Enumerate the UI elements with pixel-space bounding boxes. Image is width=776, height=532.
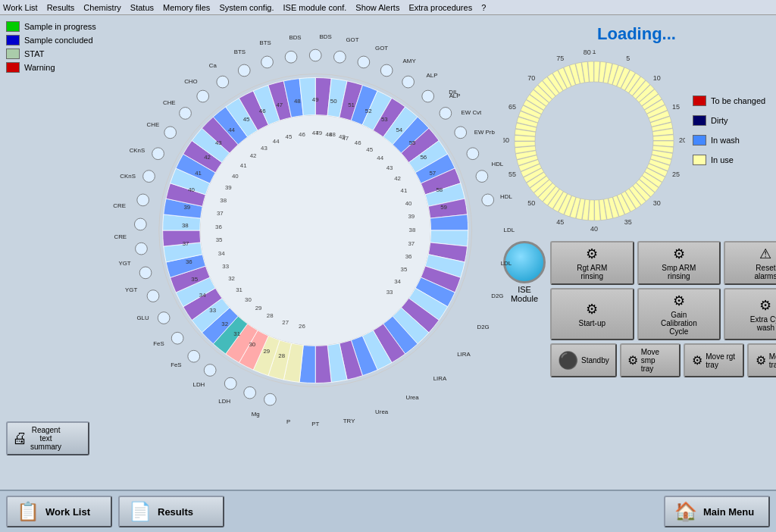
- svg-text:42: 42: [394, 175, 401, 182]
- svg-text:40: 40: [590, 225, 598, 232]
- svg-text:40: 40: [405, 200, 412, 207]
- menu-worklist[interactable]: Work List: [3, 3, 38, 12]
- main-menu-icon: 🏠: [674, 501, 697, 522]
- legend-label-warning: Warning: [24, 63, 55, 72]
- svg-point-51: [380, 64, 393, 77]
- svg-text:50: 50: [330, 98, 337, 105]
- svg-text:47: 47: [342, 135, 349, 142]
- move-cvt-tray-button[interactable]: ⚙ Move cvttray: [747, 343, 776, 377]
- svg-text:36: 36: [405, 253, 412, 260]
- svg-text:10: 10: [653, 74, 661, 82]
- legend-sample-concluded: Sample concluded: [6, 35, 121, 45]
- svg-text:35: 35: [191, 276, 198, 283]
- svg-text:56: 56: [420, 154, 427, 161]
- svg-text:51: 51: [348, 102, 355, 108]
- svg-text:48: 48: [329, 131, 336, 138]
- rotor-diagram[interactable]: .seg-purple { fill: #9966cc; stroke: #ff…: [112, 11, 537, 450]
- loading-text: Loading...: [503, 21, 770, 47]
- svg-point-27: [143, 171, 155, 183]
- svg-text:DIL: DIL: [449, 89, 458, 95]
- gain-calibration-button[interactable]: ⚙ GainCalibrationCycle: [637, 288, 721, 340]
- svg-point-23: [134, 218, 146, 230]
- svg-point-11: [188, 350, 200, 362]
- svg-text:45: 45: [243, 116, 250, 123]
- svg-text:Urea: Urea: [375, 408, 389, 415]
- svg-text:15: 15: [672, 103, 680, 111]
- svg-text:34: 34: [199, 292, 206, 299]
- ring-legend-label-to-be-changed: To be changed: [711, 96, 765, 105]
- svg-text:CRE: CRE: [113, 202, 126, 209]
- svg-text:45: 45: [556, 218, 564, 226]
- svg-text:38: 38: [220, 197, 227, 204]
- svg-text:D2G: D2G: [491, 293, 503, 299]
- svg-text:29: 29: [255, 305, 262, 311]
- smp-arm-rinsing-button[interactable]: ⚙ Smp ARMrinsing: [637, 241, 721, 285]
- top-area: Sample in progress Sample concluded STAT…: [0, 15, 776, 490]
- svg-text:Mg: Mg: [252, 411, 260, 418]
- legend-label-sample-in-progress: Sample in progress: [24, 22, 96, 31]
- svg-text:38: 38: [182, 222, 189, 229]
- svg-text:LIRA: LIRA: [433, 375, 447, 382]
- svg-text:CHO: CHO: [184, 78, 197, 85]
- svg-text:32: 32: [221, 321, 228, 327]
- svg-point-43: [285, 51, 297, 63]
- svg-text:58: 58: [436, 186, 443, 193]
- svg-text:42: 42: [250, 152, 257, 159]
- svg-text:48: 48: [294, 98, 301, 105]
- start-up-button[interactable]: ⚙ Start-up: [550, 288, 634, 340]
- main-menu-button[interactable]: 🏠 Main Menu: [664, 496, 770, 527]
- svg-text:CKnS: CKnS: [130, 147, 146, 154]
- start-up-label: Start-up: [578, 319, 605, 327]
- svg-text:37: 37: [183, 240, 189, 247]
- svg-text:EW Cvt: EW Cvt: [462, 109, 482, 116]
- menu-results[interactable]: Results: [47, 3, 75, 12]
- svg-text:39: 39: [225, 184, 232, 191]
- svg-text:54: 54: [396, 127, 402, 133]
- ring-legend-label-in-wash: In wash: [711, 136, 740, 145]
- extra-cyt-wash-button[interactable]: ⚙ Extra Cytwash: [724, 288, 776, 340]
- ring-legend-label-in-use: In use: [711, 155, 734, 164]
- svg-text:30: 30: [249, 341, 255, 348]
- svg-text:33: 33: [209, 307, 216, 314]
- svg-text:20: 20: [679, 136, 685, 144]
- svg-text:Urea: Urea: [405, 394, 419, 401]
- move-rgt-icon: ⚙: [692, 353, 702, 368]
- results-button[interactable]: 📄 Results: [118, 496, 224, 527]
- svg-point-29: [152, 148, 164, 160]
- svg-text:34: 34: [218, 250, 225, 257]
- svg-text:40: 40: [188, 186, 195, 193]
- reset-alarms-button[interactable]: ⚠ Resetalarms: [724, 241, 776, 285]
- svg-text:EW Prb: EW Prb: [474, 129, 496, 136]
- svg-text:41: 41: [240, 162, 247, 169]
- svg-text:1: 1: [592, 50, 596, 55]
- move-rgt-tray-button[interactable]: ⚙ Move rgttray: [684, 343, 744, 377]
- svg-text:41: 41: [401, 187, 408, 194]
- svg-text:44: 44: [377, 155, 383, 161]
- rgt-arm-icon: ⚙: [586, 246, 598, 262]
- svg-text:LIRA: LIRA: [457, 351, 471, 358]
- svg-text:YGT: YGT: [118, 260, 130, 267]
- rgt-arm-rinsing-button[interactable]: ⚙ Rgt ARMrinsing: [550, 241, 634, 285]
- move-smp-tray-button[interactable]: ⚙ Move smptray: [620, 343, 681, 377]
- svg-text:46: 46: [355, 139, 361, 146]
- standby-button[interactable]: ⚫ Standby: [550, 343, 617, 377]
- svg-text:40: 40: [232, 173, 239, 180]
- svg-text:28: 28: [278, 352, 285, 359]
- svg-text:33: 33: [222, 263, 229, 270]
- svg-point-61: [467, 148, 479, 160]
- svg-point-13: [171, 332, 183, 344]
- ring-legend-label-dirty: Dirty: [711, 116, 728, 125]
- move-cvt-icon: ⚙: [756, 353, 766, 368]
- svg-point-37: [217, 76, 229, 88]
- svg-text:BDS: BDS: [319, 33, 331, 40]
- reagent-summary-button[interactable]: 🖨 Reagenttextsummary: [6, 421, 89, 455]
- svg-text:42: 42: [204, 154, 211, 161]
- svg-text:30: 30: [245, 296, 252, 303]
- svg-text:30: 30: [653, 199, 661, 207]
- svg-point-35: [197, 90, 209, 102]
- svg-text:37: 37: [217, 210, 224, 217]
- legend-label-sample-concluded: Sample concluded: [24, 36, 93, 45]
- work-list-button[interactable]: 📋 Work List: [6, 496, 112, 527]
- svg-text:CRE: CRE: [114, 233, 127, 240]
- svg-text:D2G: D2G: [477, 324, 489, 330]
